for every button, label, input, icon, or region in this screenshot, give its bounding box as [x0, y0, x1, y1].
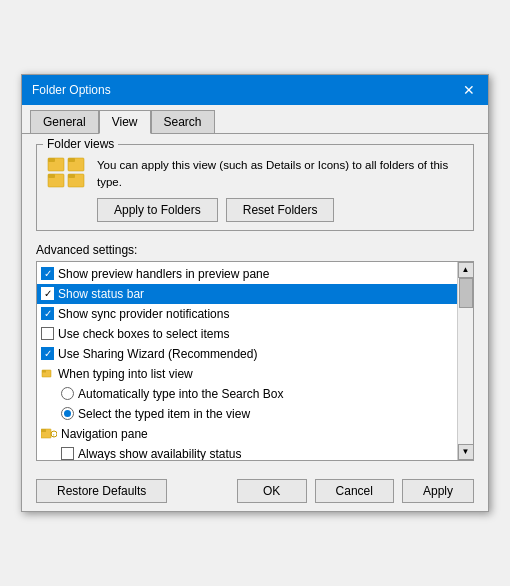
scroll-up-button[interactable]: ▲ — [458, 262, 474, 278]
apply-to-folders-button[interactable]: Apply to Folders — [97, 198, 218, 222]
list-item-header: When typing into list view — [37, 364, 457, 384]
restore-defaults-button[interactable]: Restore Defaults — [36, 479, 167, 503]
ok-button[interactable]: OK — [237, 479, 307, 503]
folder-views-description: You can apply this view (such as Details… — [97, 157, 463, 189]
tab-general[interactable]: General — [30, 110, 99, 134]
radio-auto-search[interactable] — [61, 387, 74, 400]
checkbox-sync-notifications[interactable] — [41, 307, 54, 320]
scrollbar-thumb[interactable] — [459, 278, 473, 308]
list-item[interactable]: Select the typed item in the view — [37, 404, 457, 424]
title-bar: Folder Options ✕ — [22, 75, 488, 105]
dialog-title: Folder Options — [32, 83, 111, 97]
svg-rect-7 — [68, 174, 75, 178]
list-item[interactable]: Show preview handlers in preview pane — [37, 264, 457, 284]
list-item[interactable]: Show sync provider notifications — [37, 304, 457, 324]
folder-options-dialog: Folder Options ✕ General View Search Fol… — [21, 74, 489, 511]
svg-rect-9 — [42, 370, 46, 373]
svg-rect-1 — [48, 158, 55, 162]
checkbox-status-bar[interactable] — [41, 287, 54, 300]
tab-view[interactable]: View — [99, 110, 151, 134]
advanced-settings-list: Show preview handlers in preview pane Sh… — [36, 261, 474, 461]
close-button[interactable]: ✕ — [460, 81, 478, 99]
svg-rect-11 — [41, 429, 46, 432]
scroll-down-button[interactable]: ▼ — [458, 444, 474, 460]
svg-text:↑: ↑ — [53, 432, 56, 438]
main-content: Folder views — [22, 134, 488, 470]
list-scroll-area[interactable]: Show preview handlers in preview pane Sh… — [37, 262, 457, 460]
list-item[interactable]: Automatically type into the Search Box — [37, 384, 457, 404]
checkbox-sharing-wizard[interactable] — [41, 347, 54, 360]
radio-select-typed[interactable] — [61, 407, 74, 420]
apply-button[interactable]: Apply — [402, 479, 474, 503]
checkbox-preview-handlers[interactable] — [41, 267, 54, 280]
bottom-button-bar: Restore Defaults OK Cancel Apply — [22, 471, 488, 511]
cancel-button[interactable]: Cancel — [315, 479, 394, 503]
checkbox-check-boxes[interactable] — [41, 327, 54, 340]
scrollbar[interactable]: ▲ ▼ — [457, 262, 473, 460]
folder-icon — [47, 157, 87, 197]
folder-views-label: Folder views — [43, 137, 118, 151]
folder-views-section: Folder views — [36, 144, 474, 230]
list-item[interactable]: Show status bar — [37, 284, 457, 304]
list-item[interactable]: Use check boxes to select items — [37, 324, 457, 344]
tab-search[interactable]: Search — [151, 110, 215, 134]
list-item-nav-header: ↑ Navigation pane — [37, 424, 457, 444]
tab-bar: General View Search — [22, 105, 488, 134]
advanced-settings-label: Advanced settings: — [36, 243, 474, 257]
reset-folders-button[interactable]: Reset Folders — [226, 198, 335, 222]
list-item[interactable]: Use Sharing Wizard (Recommended) — [37, 344, 457, 364]
svg-rect-5 — [48, 174, 55, 178]
checkbox-availability[interactable] — [61, 447, 74, 460]
svg-rect-3 — [68, 158, 75, 162]
list-item[interactable]: Always show availability status — [37, 444, 457, 460]
